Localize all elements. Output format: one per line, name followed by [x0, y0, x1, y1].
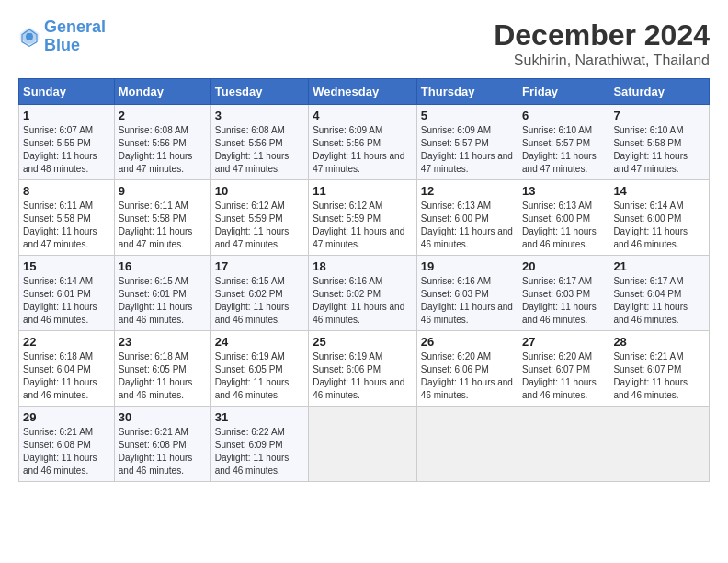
table-row: 15 Sunrise: 6:14 AM Sunset: 6:01 PM Dayl… [19, 256, 115, 331]
title-block: December 2024 Sukhirin, Narathiwat, Thai… [494, 18, 710, 69]
day-info: Sunrise: 6:13 AM Sunset: 6:00 PM Dayligh… [522, 200, 605, 251]
logo: General Blue [18, 18, 106, 55]
table-row: 1 Sunrise: 6:07 AM Sunset: 5:55 PM Dayli… [19, 105, 115, 180]
calendar-row-3: 15 Sunrise: 6:14 AM Sunset: 6:01 PM Dayl… [19, 256, 710, 331]
day-info: Sunrise: 6:21 AM Sunset: 6:07 PM Dayligh… [613, 350, 705, 402]
calendar-row-5: 29 Sunrise: 6:21 AM Sunset: 6:08 PM Dayl… [19, 407, 710, 482]
day-info: Sunrise: 6:21 AM Sunset: 6:08 PM Dayligh… [119, 426, 207, 477]
day-number: 22 [23, 335, 110, 349]
day-number: 1 [23, 109, 110, 122]
table-row: 7 Sunrise: 6:10 AM Sunset: 5:58 PM Dayli… [609, 105, 710, 180]
weekday-header-row: Sunday Monday Tuesday Wednesday Thursday… [19, 79, 710, 105]
table-row: 6 Sunrise: 6:10 AM Sunset: 5:57 PM Dayli… [518, 105, 609, 180]
table-row: 27 Sunrise: 6:20 AM Sunset: 6:07 PM Dayl… [518, 331, 609, 407]
day-number: 8 [23, 184, 110, 198]
day-number: 15 [23, 259, 110, 273]
day-number: 30 [119, 410, 207, 424]
day-info: Sunrise: 6:11 AM Sunset: 5:58 PM Dayligh… [23, 200, 110, 251]
day-info: Sunrise: 6:13 AM Sunset: 6:00 PM Dayligh… [421, 200, 514, 251]
col-wednesday: Wednesday [309, 79, 417, 105]
day-info: Sunrise: 6:16 AM Sunset: 6:02 PM Dayligh… [313, 275, 413, 327]
col-tuesday: Tuesday [210, 79, 308, 105]
day-info: Sunrise: 6:14 AM Sunset: 6:01 PM Dayligh… [23, 275, 110, 327]
day-info: Sunrise: 6:15 AM Sunset: 6:01 PM Dayligh… [119, 275, 207, 327]
day-number: 24 [215, 335, 304, 349]
day-info: Sunrise: 6:20 AM Sunset: 6:07 PM Dayligh… [522, 350, 605, 402]
table-row: 5 Sunrise: 6:09 AM Sunset: 5:57 PM Dayli… [416, 105, 518, 180]
col-sunday: Sunday [19, 79, 115, 105]
logo-line1: General [44, 17, 106, 36]
table-row: 28 Sunrise: 6:21 AM Sunset: 6:07 PM Dayl… [609, 331, 710, 407]
table-row: 16 Sunrise: 6:15 AM Sunset: 6:01 PM Dayl… [114, 256, 210, 331]
col-thursday: Thursday [416, 79, 518, 105]
table-row: 25 Sunrise: 6:19 AM Sunset: 6:06 PM Dayl… [309, 331, 417, 407]
table-row: 23 Sunrise: 6:18 AM Sunset: 6:05 PM Dayl… [114, 331, 210, 407]
calendar-table: Sunday Monday Tuesday Wednesday Thursday… [18, 78, 710, 482]
table-row: 29 Sunrise: 6:21 AM Sunset: 6:08 PM Dayl… [19, 407, 115, 482]
day-info: Sunrise: 6:10 AM Sunset: 5:58 PM Dayligh… [613, 124, 705, 176]
table-row: 17 Sunrise: 6:15 AM Sunset: 6:02 PM Dayl… [210, 256, 308, 331]
day-info: Sunrise: 6:18 AM Sunset: 6:04 PM Dayligh… [23, 350, 110, 402]
day-number: 31 [215, 410, 304, 424]
table-row: 4 Sunrise: 6:09 AM Sunset: 5:56 PM Dayli… [309, 105, 417, 180]
day-number: 27 [522, 335, 605, 349]
table-row [518, 407, 609, 482]
day-info: Sunrise: 6:21 AM Sunset: 6:08 PM Dayligh… [23, 426, 110, 477]
day-info: Sunrise: 6:19 AM Sunset: 6:05 PM Dayligh… [215, 350, 304, 402]
calendar-row-1: 1 Sunrise: 6:07 AM Sunset: 5:55 PM Dayli… [19, 105, 710, 180]
table-row: 26 Sunrise: 6:20 AM Sunset: 6:06 PM Dayl… [416, 331, 518, 407]
day-info: Sunrise: 6:22 AM Sunset: 6:09 PM Dayligh… [215, 426, 304, 477]
table-row: 8 Sunrise: 6:11 AM Sunset: 5:58 PM Dayli… [19, 180, 115, 256]
day-info: Sunrise: 6:09 AM Sunset: 5:56 PM Dayligh… [313, 124, 413, 176]
day-number: 19 [421, 259, 514, 273]
table-row: 10 Sunrise: 6:12 AM Sunset: 5:59 PM Dayl… [210, 180, 308, 256]
day-number: 20 [522, 259, 605, 273]
day-number: 21 [613, 259, 705, 273]
calendar-row-2: 8 Sunrise: 6:11 AM Sunset: 5:58 PM Dayli… [19, 180, 710, 256]
day-number: 17 [215, 259, 304, 273]
day-number: 23 [119, 335, 207, 349]
table-row: 12 Sunrise: 6:13 AM Sunset: 6:00 PM Dayl… [416, 180, 518, 256]
day-info: Sunrise: 6:17 AM Sunset: 6:04 PM Dayligh… [613, 275, 705, 327]
logo-icon [18, 26, 40, 48]
day-number: 28 [613, 335, 705, 349]
table-row: 31 Sunrise: 6:22 AM Sunset: 6:09 PM Dayl… [210, 407, 308, 482]
col-monday: Monday [114, 79, 210, 105]
table-row: 14 Sunrise: 6:14 AM Sunset: 6:00 PM Dayl… [609, 180, 710, 256]
day-number: 7 [613, 109, 705, 122]
logo-line2: Blue [44, 36, 80, 54]
location-subtitle: Sukhirin, Narathiwat, Thailand [494, 52, 710, 69]
table-row [309, 407, 417, 482]
day-info: Sunrise: 6:14 AM Sunset: 6:00 PM Dayligh… [613, 200, 705, 251]
day-info: Sunrise: 6:16 AM Sunset: 6:03 PM Dayligh… [421, 275, 514, 327]
col-saturday: Saturday [609, 79, 710, 105]
day-info: Sunrise: 6:09 AM Sunset: 5:57 PM Dayligh… [421, 124, 514, 176]
table-row: 9 Sunrise: 6:11 AM Sunset: 5:58 PM Dayli… [114, 180, 210, 256]
day-number: 26 [421, 335, 514, 349]
day-number: 3 [215, 109, 304, 122]
day-number: 12 [421, 184, 514, 198]
table-row: 20 Sunrise: 6:17 AM Sunset: 6:03 PM Dayl… [518, 256, 609, 331]
table-row: 2 Sunrise: 6:08 AM Sunset: 5:56 PM Dayli… [114, 105, 210, 180]
day-info: Sunrise: 6:17 AM Sunset: 6:03 PM Dayligh… [522, 275, 605, 327]
day-info: Sunrise: 6:12 AM Sunset: 5:59 PM Dayligh… [215, 200, 304, 251]
day-number: 4 [313, 109, 413, 122]
table-row: 22 Sunrise: 6:18 AM Sunset: 6:04 PM Dayl… [19, 331, 115, 407]
day-number: 16 [119, 259, 207, 273]
col-friday: Friday [518, 79, 609, 105]
table-row: 18 Sunrise: 6:16 AM Sunset: 6:02 PM Dayl… [309, 256, 417, 331]
table-row: 24 Sunrise: 6:19 AM Sunset: 6:05 PM Dayl… [210, 331, 308, 407]
day-number: 6 [522, 109, 605, 122]
day-info: Sunrise: 6:19 AM Sunset: 6:06 PM Dayligh… [313, 350, 413, 402]
day-info: Sunrise: 6:18 AM Sunset: 6:05 PM Dayligh… [119, 350, 207, 402]
day-info: Sunrise: 6:10 AM Sunset: 5:57 PM Dayligh… [522, 124, 605, 176]
table-row: 30 Sunrise: 6:21 AM Sunset: 6:08 PM Dayl… [114, 407, 210, 482]
day-number: 14 [613, 184, 705, 198]
day-info: Sunrise: 6:11 AM Sunset: 5:58 PM Dayligh… [119, 200, 207, 251]
table-row: 11 Sunrise: 6:12 AM Sunset: 5:59 PM Dayl… [309, 180, 417, 256]
month-title: December 2024 [494, 18, 710, 52]
day-number: 9 [119, 184, 207, 198]
calendar-row-4: 22 Sunrise: 6:18 AM Sunset: 6:04 PM Dayl… [19, 331, 710, 407]
day-info: Sunrise: 6:12 AM Sunset: 5:59 PM Dayligh… [313, 200, 413, 251]
day-info: Sunrise: 6:20 AM Sunset: 6:06 PM Dayligh… [421, 350, 514, 402]
